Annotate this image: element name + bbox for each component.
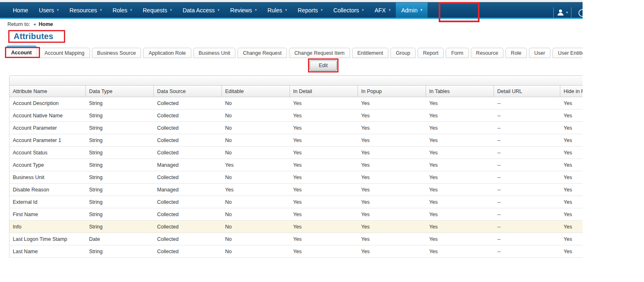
cell-in-detail: Yes [290, 184, 358, 196]
tab-label: Application Role [148, 50, 186, 56]
tab-role[interactable]: Role [505, 48, 527, 58]
tab-account-mapping[interactable]: Account Mapping [39, 48, 90, 58]
chevron-down-icon: ▾ [100, 8, 102, 12]
chevron-down-icon: ▾ [389, 8, 391, 12]
nav-item-label: Reports [298, 7, 318, 14]
tab-application-role[interactable]: Application Role [143, 48, 191, 58]
cell-data-type: String [86, 171, 154, 183]
tab-resource[interactable]: Resource [471, 48, 504, 58]
cell-hide-in: Yes [560, 208, 583, 220]
tab-label: Business Source [97, 50, 136, 56]
tab-form[interactable]: Form [446, 48, 468, 58]
nav-item-label: Collectors [334, 7, 359, 14]
table-header-row: Attribute Name Data Type Data Source Edi… [9, 85, 583, 97]
cell-data-type: String [86, 208, 154, 220]
table-row-disable-reason[interactable]: Disable Reason String Managed Yes Yes Ye… [9, 184, 583, 196]
cell-in-tables: Yes [426, 171, 494, 183]
table-row-account-parameter-1[interactable]: Account Parameter 1 String Collected No … [9, 134, 583, 147]
tab-label: User [534, 50, 545, 56]
table-row-account-description[interactable]: Account Description String Collected No … [9, 97, 583, 110]
cell-data-type: Date [86, 233, 154, 245]
cell-in-popup: Yes [358, 122, 426, 134]
cell-in-popup: Yes [358, 221, 426, 233]
cell-editable: No [222, 196, 290, 208]
tab-report[interactable]: Report [418, 48, 444, 58]
nav-item-data-access[interactable]: Data Access ▾ [177, 2, 225, 18]
tab-label: Account Mapping [45, 50, 85, 56]
nav-item-home[interactable]: Home ▾ [7, 2, 33, 18]
cell-detail-url: -- [494, 134, 560, 146]
cell-in-tables: Yes [426, 147, 494, 158]
cell-in-popup: Yes [358, 184, 426, 196]
cell-in-detail: Yes [290, 110, 358, 121]
nav-item-label: Roles [113, 7, 127, 14]
cell-data-source: Collected [154, 221, 222, 233]
breadcrumb-home-link[interactable]: Home [39, 21, 53, 27]
column-header-label: Hide in R [564, 89, 583, 94]
cell-in-detail: Yes [290, 134, 358, 146]
cell-editable: No [222, 208, 290, 220]
nav-item-reports[interactable]: Reports ▾ [292, 2, 328, 18]
tab-user[interactable]: User [529, 48, 550, 58]
table-row-last-name[interactable]: Last Name String Collected No Yes Yes Ye… [9, 245, 583, 258]
tab-business-source[interactable]: Business Source [92, 48, 141, 58]
cell-detail-url: -- [494, 245, 560, 257]
cell-in-tables: Yes [426, 122, 494, 134]
tab-entitlement[interactable]: Entitlement [352, 48, 389, 58]
table-row-last-logon-time-stamp[interactable]: Last Logon Time Stamp Date Collected No … [9, 233, 583, 245]
cell-hide-in: Yes [560, 134, 583, 146]
nav-item-resources[interactable]: Resources ▾ [64, 2, 107, 18]
nav-item-reviews[interactable]: Reviews ▾ [225, 2, 262, 18]
nav-item-admin[interactable]: Admin ▾ [396, 2, 428, 18]
tab-label: Role [511, 50, 522, 56]
column-header-data-type[interactable]: Data Type [86, 86, 154, 97]
column-header-attribute-name[interactable]: Attribute Name [9, 86, 86, 97]
table-row-external-id[interactable]: External Id String Collected No Yes Yes … [9, 196, 583, 208]
table-row-account-status[interactable]: Account Status String Collected No Yes Y… [9, 147, 583, 159]
nav-item-label: Requests [143, 7, 167, 14]
nav-item-rules[interactable]: Rules ▾ [262, 2, 292, 18]
table-row-account-native-name[interactable]: Account Native Name String Collected No … [9, 110, 583, 122]
cell-data-source: Managed [154, 184, 222, 196]
cell-in-popup: Yes [358, 171, 426, 183]
cell-data-type: String [86, 122, 154, 134]
cell-in-tables: Yes [426, 221, 494, 233]
column-header-editable[interactable]: Editable [222, 86, 290, 97]
tab-user-entitlements[interactable]: User Entitlements [552, 48, 583, 58]
edit-button[interactable]: Edit [310, 61, 337, 71]
nav-item-roles[interactable]: Roles ▾ [107, 2, 137, 18]
column-header-label: Attribute Name [13, 89, 47, 94]
cell-data-type: String [86, 97, 154, 109]
table-row-first-name[interactable]: First Name String Collected No Yes Yes Y… [9, 208, 583, 221]
nav-item-afx[interactable]: AFX ▾ [369, 2, 396, 18]
tab-group[interactable]: Group [390, 48, 416, 58]
column-header-data-source[interactable]: Data Source [154, 86, 222, 97]
column-header-in-popup[interactable]: In Popup [358, 86, 426, 97]
cell-hide-in: Yes [560, 110, 583, 121]
cell-data-type: String [86, 184, 154, 196]
column-header-hide-in-r[interactable]: Hide in R [560, 86, 583, 97]
nav-item-collectors[interactable]: Collectors ▾ [328, 2, 369, 18]
tab-label: Form [451, 50, 463, 56]
tab-account[interactable]: Account [6, 45, 37, 58]
tab-change-request[interactable]: Change Request [237, 48, 287, 58]
tab-business-unit[interactable]: Business Unit [193, 48, 235, 58]
column-header-in-detail[interactable]: In Detail [290, 86, 358, 97]
table-row-account-type[interactable]: Account Type String Managed Yes Yes Yes … [9, 159, 583, 171]
table-panel-header [9, 75, 583, 85]
column-header-in-tables[interactable]: In Tables [426, 86, 494, 97]
column-header-label: Data Type [89, 89, 113, 94]
user-menu-button[interactable]: ▾ [557, 9, 568, 16]
tab-label: Group [396, 50, 410, 56]
nav-item-users[interactable]: Users ▾ [33, 2, 64, 18]
cell-hide-in: Yes [560, 159, 583, 171]
table-row-info[interactable]: Info String Collected No Yes Yes Yes -- … [9, 221, 583, 233]
table-row-business-unit[interactable]: Business Unit String Collected No Yes Ye… [9, 171, 583, 184]
cell-detail-url: -- [494, 122, 560, 134]
tab-label: Change Request [243, 50, 282, 56]
cell-hide-in: Yes [560, 245, 583, 257]
tab-change-request-item[interactable]: Change Request Item [289, 48, 350, 58]
table-row-account-parameter[interactable]: Account Parameter String Collected No Ye… [9, 122, 583, 134]
column-header-detail-url[interactable]: Detail URL [494, 86, 560, 97]
nav-item-requests[interactable]: Requests ▾ [137, 2, 177, 18]
